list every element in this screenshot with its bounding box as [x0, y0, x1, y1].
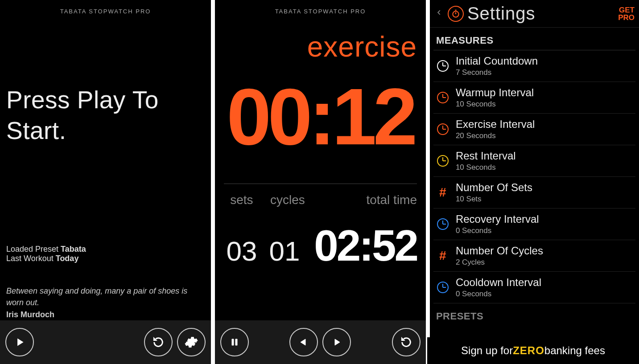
- hash-icon: #: [436, 249, 449, 262]
- loaded-preset-label: Loaded Preset: [6, 245, 61, 254]
- cycles-label: cycles: [270, 193, 315, 207]
- settings-row-title: Number Of Cycles: [456, 245, 543, 257]
- ad-text-post: banking fees: [544, 344, 605, 357]
- ad-text-pre: Sign up for: [461, 344, 513, 357]
- clock-icon: [436, 217, 449, 231]
- ad-text-highlight: ZERO: [513, 344, 544, 357]
- play-icon: [14, 336, 25, 348]
- settings-header: Settings GET PRO: [430, 0, 639, 28]
- screenshot-divider: [211, 0, 215, 364]
- quote-block: Between saying and doing, many a pair of…: [6, 286, 205, 320]
- settings-row-title: Rest Interval: [456, 150, 516, 162]
- settings-row-subtitle: 0 Seconds: [456, 290, 541, 299]
- quote-text: Between saying and doing, many a pair of…: [6, 286, 187, 307]
- settings-row-subtitle: 2 Cycles: [456, 258, 543, 267]
- clock-icon: [436, 59, 449, 73]
- back-button[interactable]: [434, 8, 444, 20]
- clock-icon: [436, 281, 449, 294]
- titlebar: TABATA STOPWATCH PRO: [215, 0, 426, 22]
- settings-row-title: Cooldown Interval: [456, 276, 541, 289]
- settings-row-subtitle: 0 Seconds: [456, 226, 539, 235]
- hash-icon: #: [436, 186, 449, 199]
- app-icon: [448, 6, 464, 22]
- phase-label: exercise: [224, 30, 417, 63]
- section-presets: PRESETS: [433, 303, 635, 326]
- prev-icon: [298, 337, 309, 348]
- last-workout-value: Today: [56, 254, 79, 263]
- sets-label: sets: [224, 193, 260, 207]
- section-measures: MEASURES: [433, 28, 635, 50]
- titlebar: TABATA STOPWATCH PRO: [0, 0, 211, 22]
- toolbar: [0, 320, 211, 364]
- next-button[interactable]: [322, 328, 351, 356]
- reset-button[interactable]: [144, 328, 173, 356]
- settings-row-number-of-cycles[interactable]: #Number Of Cycles2 Cycles: [433, 240, 635, 272]
- settings-row-title: Recovery Interval: [456, 213, 539, 225]
- settings-row-recovery-interval[interactable]: Recovery Interval0 Seconds: [433, 209, 635, 240]
- sets-value: 03: [224, 235, 260, 267]
- total-time-label: total time: [326, 193, 417, 207]
- settings-title: Settings: [467, 4, 536, 24]
- toolbar: [215, 320, 426, 364]
- chevron-left-icon: [436, 8, 442, 17]
- settings-row-subtitle: 10 Seconds: [456, 163, 516, 172]
- settings-row-subtitle: 7 Seconds: [456, 68, 538, 77]
- reset-button[interactable]: [392, 328, 421, 356]
- loaded-preset-value: Tabata: [61, 245, 86, 254]
- gear-icon: [185, 335, 198, 349]
- screenshot-divider: [426, 0, 430, 364]
- quote-author: Iris Murdoch: [6, 309, 205, 320]
- get-pro-button[interactable]: GET PRO: [618, 6, 635, 21]
- settings-row-subtitle: 20 Seconds: [456, 131, 535, 140]
- play-button[interactable]: [5, 328, 34, 356]
- settings-row-subtitle: 10 Seconds: [456, 100, 534, 109]
- settings-row-title: Warmup Interval: [456, 86, 534, 99]
- settings-row-rest-interval[interactable]: Rest Interval10 Seconds: [433, 145, 635, 177]
- get-pro-line1: GET: [618, 6, 635, 14]
- settings-button[interactable]: [177, 328, 206, 356]
- divider-line: [224, 184, 417, 184]
- settings-row-number-of-sets[interactable]: #Number Of Sets10 Sets: [433, 177, 635, 209]
- reset-icon: [152, 336, 165, 348]
- settings-row-exercise-interval[interactable]: Exercise Interval20 Seconds: [433, 114, 635, 145]
- screen-timer: TABATA STOPWATCH PRO exercise 00:12 sets…: [215, 0, 426, 364]
- cycles-value: 01: [267, 235, 302, 267]
- total-time-value: 02:52: [309, 221, 417, 271]
- interval-timer: 00:12: [224, 77, 417, 157]
- settings-row-title: Number Of Sets: [456, 181, 532, 194]
- settings-row-warmup-interval[interactable]: Warmup Interval10 Seconds: [433, 82, 635, 114]
- stopwatch-icon: [451, 9, 460, 18]
- pause-icon: [229, 337, 240, 348]
- settings-row-cooldown-interval[interactable]: Cooldown Interval0 Seconds: [433, 272, 635, 303]
- screen-settings: Settings GET PRO MEASURES Initial Countd…: [430, 0, 639, 364]
- settings-row-title: Initial Countdown: [456, 55, 538, 67]
- pause-button[interactable]: [220, 328, 249, 356]
- preset-info: Loaded Preset Tabata Last Workout Today: [6, 227, 205, 263]
- last-workout-label: Last Workout: [6, 254, 56, 263]
- clock-icon: [436, 91, 449, 104]
- clock-icon: [436, 123, 449, 136]
- screen-start: TABATA STOPWATCH PRO Press Play To Start…: [0, 0, 211, 364]
- settings-row-subtitle: 10 Sets: [456, 195, 532, 204]
- reset-icon: [400, 336, 412, 348]
- settings-row-title: Exercise Interval: [456, 118, 535, 131]
- settings-row-initial-countdown[interactable]: Initial Countdown7 Seconds: [433, 50, 635, 82]
- start-prompt: Press Play To Start.: [6, 85, 205, 146]
- get-pro-line2: PRO: [618, 14, 635, 21]
- ad-banner[interactable]: Sign up for ZERO banking fees: [427, 337, 639, 364]
- prev-button[interactable]: [289, 328, 318, 356]
- clock-icon: [436, 154, 449, 168]
- next-icon: [331, 337, 342, 348]
